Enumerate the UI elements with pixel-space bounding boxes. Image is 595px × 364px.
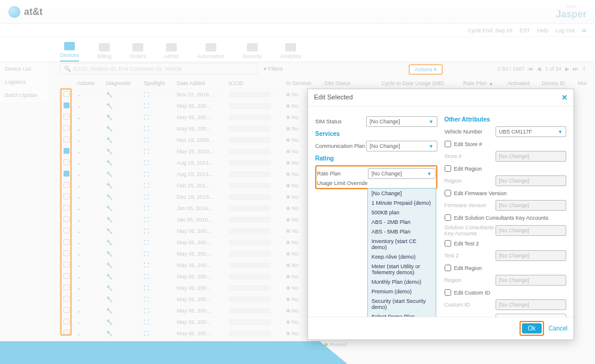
wrench-icon[interactable]: 🔧 bbox=[106, 92, 113, 98]
spotlight-icon[interactable]: ⛶ bbox=[144, 194, 149, 200]
row-checkbox[interactable] bbox=[64, 273, 70, 279]
wrench-icon[interactable]: 🔧 bbox=[106, 274, 113, 280]
ok-button[interactable]: Ok bbox=[522, 323, 542, 333]
wrench-icon[interactable]: 🔧 bbox=[106, 194, 113, 200]
row-checkbox[interactable] bbox=[64, 171, 70, 177]
wrench-icon[interactable]: 🔧 bbox=[106, 319, 113, 325]
column-header[interactable]: Rate Plan ▲ bbox=[460, 78, 504, 89]
comm-plan-select[interactable]: [No Change]▼ bbox=[366, 141, 437, 151]
wrench-icon[interactable]: 🔧 bbox=[106, 160, 113, 166]
dropdown-option[interactable]: ABS - 2MB Plan bbox=[368, 217, 436, 227]
spotlight-icon[interactable]: ⛶ bbox=[144, 114, 149, 120]
row-checkbox[interactable] bbox=[64, 114, 70, 120]
help-link[interactable]: Help bbox=[537, 28, 548, 34]
dropdown-option[interactable]: Select Demo Plan (default) bbox=[368, 312, 436, 317]
expand-icon[interactable]: ⌄ bbox=[77, 285, 81, 291]
row-checkbox[interactable] bbox=[64, 239, 70, 245]
expand-icon[interactable]: ⌄ bbox=[77, 251, 81, 257]
row-checkbox[interactable] bbox=[64, 102, 70, 108]
wrench-icon[interactable]: 🔧 bbox=[106, 296, 113, 302]
filters-button[interactable]: ▾ Filters bbox=[264, 66, 283, 72]
dropdown-option[interactable]: Inventory (start CE demo) bbox=[368, 236, 436, 252]
edit-checkbox[interactable] bbox=[445, 289, 451, 296]
expand-icon[interactable]: ⌄ bbox=[77, 319, 81, 325]
spotlight-icon[interactable]: ⛶ bbox=[144, 308, 149, 314]
wrench-icon[interactable]: 🔧 bbox=[106, 285, 113, 291]
row-checkbox[interactable] bbox=[64, 159, 70, 165]
row-checkbox[interactable] bbox=[64, 284, 70, 290]
spotlight-icon[interactable]: ⛶ bbox=[144, 319, 149, 325]
expand-icon[interactable]: ⌄ bbox=[77, 330, 81, 336]
sim-status-select[interactable]: [No Change]▼ bbox=[366, 116, 437, 127]
column-header[interactable]: Diagnostic bbox=[102, 78, 140, 89]
logout-link[interactable]: Log Out bbox=[555, 28, 575, 34]
row-checkbox[interactable] bbox=[64, 296, 70, 302]
spotlight-icon[interactable]: ⛶ bbox=[144, 160, 149, 166]
spotlight-icon[interactable]: ⛶ bbox=[144, 92, 149, 98]
column-header[interactable]: Activated bbox=[504, 78, 538, 89]
row-checkbox[interactable] bbox=[64, 262, 70, 268]
expand-icon[interactable]: ⌄ bbox=[77, 308, 81, 314]
sidebar-item[interactable]: Device List bbox=[0, 62, 48, 75]
spotlight-icon[interactable]: ⛶ bbox=[144, 239, 149, 245]
wrench-icon[interactable]: 🔧 bbox=[106, 114, 113, 120]
nav-tab-analytics[interactable]: Analytics bbox=[280, 43, 301, 62]
expand-icon[interactable]: ⌄ bbox=[77, 228, 81, 234]
wrench-icon[interactable]: 🔧 bbox=[106, 171, 113, 177]
spotlight-icon[interactable]: ⛶ bbox=[144, 228, 149, 234]
wrench-icon[interactable]: 🔧 bbox=[106, 148, 113, 154]
vehicle-number-select[interactable]: UBS CM117F▼ bbox=[496, 126, 567, 137]
row-checkbox[interactable] bbox=[64, 148, 70, 154]
row-checkbox[interactable] bbox=[64, 216, 70, 222]
expand-icon[interactable]: ⌄ bbox=[77, 171, 81, 177]
sidebar-item[interactable]: Batch Update bbox=[0, 89, 48, 102]
expand-icon[interactable]: ⌄ bbox=[77, 296, 81, 302]
spotlight-icon[interactable]: ⛶ bbox=[144, 274, 149, 280]
row-checkbox[interactable] bbox=[64, 205, 70, 211]
wrench-icon[interactable]: 🔧 bbox=[106, 251, 113, 257]
dropdown-option[interactable]: 1 Minute Prepaid (demo) bbox=[368, 198, 436, 208]
expand-icon[interactable]: ⌄ bbox=[77, 194, 81, 200]
dropdown-option[interactable]: Keep Alive (demo) bbox=[368, 252, 436, 262]
wrench-icon[interactable]: 🔧 bbox=[106, 330, 113, 336]
row-checkbox[interactable] bbox=[64, 193, 70, 199]
column-header[interactable] bbox=[60, 78, 73, 89]
edit-checkbox[interactable] bbox=[445, 240, 451, 247]
wrench-icon[interactable]: 🔧 bbox=[106, 217, 113, 223]
dropdown-option[interactable]: ABS - 5MB Plan bbox=[368, 227, 436, 236]
expand-icon[interactable]: ⌄ bbox=[77, 126, 81, 132]
row-checkbox[interactable] bbox=[64, 136, 70, 142]
expand-icon[interactable]: ⌄ bbox=[77, 92, 81, 98]
spotlight-icon[interactable]: ⛶ bbox=[144, 251, 149, 257]
actions-button[interactable]: Actions ▾ bbox=[409, 64, 443, 75]
wrench-icon[interactable]: 🔧 bbox=[106, 228, 113, 234]
spotlight-icon[interactable]: ⛶ bbox=[144, 330, 149, 336]
column-header[interactable]: In Session bbox=[283, 78, 321, 89]
spotlight-icon[interactable]: ⛶ bbox=[144, 296, 149, 302]
column-header[interactable]: Actions bbox=[73, 78, 102, 89]
search-input[interactable]: 🔍 ICCID, Modem ID, End Consumer ID, Vehi… bbox=[60, 63, 258, 75]
nav-tab-admin[interactable]: Admin bbox=[164, 43, 180, 62]
pager-first-icon[interactable]: ⏮ bbox=[528, 66, 533, 72]
column-header[interactable]: Cycle to Date Usage (MB) bbox=[378, 78, 460, 89]
expand-icon[interactable]: ⌄ bbox=[77, 137, 81, 143]
export-icon[interactable]: ⇩ bbox=[582, 66, 587, 72]
nav-tab-devices[interactable]: Devices bbox=[60, 42, 79, 62]
wrench-icon[interactable]: 🔧 bbox=[106, 205, 113, 211]
column-header[interactable]: Date Added bbox=[173, 78, 225, 89]
column-header[interactable]: SIM Status bbox=[321, 78, 378, 89]
pager-last-icon[interactable]: ⏭ bbox=[573, 66, 578, 72]
row-checkbox[interactable] bbox=[64, 307, 70, 313]
nav-tab-security[interactable]: Security bbox=[243, 43, 262, 62]
column-header[interactable]: Spotlight bbox=[140, 78, 173, 89]
column-header[interactable]: Device ID bbox=[538, 78, 574, 89]
dropdown-option[interactable]: [No Change] bbox=[368, 189, 436, 198]
expand-icon[interactable]: ⌄ bbox=[77, 148, 81, 154]
close-icon[interactable]: ✕ bbox=[561, 93, 567, 102]
spotlight-icon[interactable]: ⛶ bbox=[144, 148, 149, 154]
row-checkbox[interactable] bbox=[64, 125, 70, 131]
dropdown-option[interactable]: Security (start Security demo) bbox=[368, 296, 436, 312]
spotlight-icon[interactable]: ⛶ bbox=[144, 126, 149, 132]
dropdown-option[interactable]: Premium (demo) bbox=[368, 287, 436, 296]
rate-plan-select[interactable]: [No Change]▼ bbox=[368, 168, 436, 179]
